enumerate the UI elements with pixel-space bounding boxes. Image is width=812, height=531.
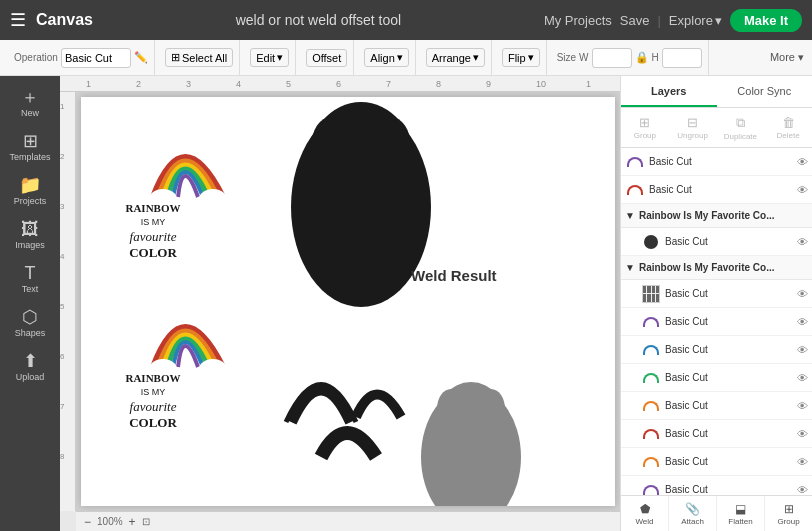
list-item[interactable]: Basic Cut 👁 xyxy=(621,336,812,364)
visibility-icon[interactable]: 👁 xyxy=(797,400,808,412)
group-bottom-button[interactable]: ⊞ Group xyxy=(765,496,812,531)
list-item[interactable]: Basic Cut 👁 xyxy=(621,148,812,176)
size-label: Size xyxy=(557,52,576,63)
visibility-icon[interactable]: 👁 xyxy=(797,316,808,328)
weld-button[interactable]: ⬟ Weld xyxy=(621,496,669,531)
my-projects-link[interactable]: My Projects xyxy=(544,13,612,28)
text-icon: T xyxy=(25,264,36,282)
list-item[interactable]: Basic Cut 👁 xyxy=(621,364,812,392)
list-item[interactable]: Basic Cut 👁 xyxy=(621,448,812,476)
zoom-in-button[interactable]: + xyxy=(129,515,136,529)
more-button[interactable]: More ▾ xyxy=(770,51,804,64)
svg-text:COLOR: COLOR xyxy=(129,415,177,430)
svg-text:IS MY: IS MY xyxy=(141,217,166,227)
layer-thumbnail xyxy=(641,452,661,472)
sidebar-item-text[interactable]: T Text xyxy=(4,258,56,300)
group-name: Rainbow Is My Favorite Co... xyxy=(639,262,775,273)
sidebar-item-upload[interactable]: ⬆ Upload xyxy=(4,346,56,388)
layer-thumbnail xyxy=(641,340,661,360)
sidebar-item-shapes[interactable]: ⬡ Shapes xyxy=(4,302,56,344)
layer-name: Basic Cut xyxy=(665,288,793,299)
sidebar-item-templates[interactable]: ⊞ Templates xyxy=(4,126,56,168)
attach-button[interactable]: 📎 Attach xyxy=(669,496,717,531)
sidebar-item-projects[interactable]: 📁 Projects xyxy=(4,170,56,212)
layer-icons-row: ⊞ Group ⊟ Ungroup ⧉ Duplicate 🗑 Delete xyxy=(621,108,812,148)
width-input[interactable] xyxy=(592,48,632,68)
explore-button[interactable]: Explore ▾ xyxy=(669,13,722,28)
select-all-section: ⊞ Select All xyxy=(159,40,240,75)
sidebar-item-new[interactable]: ＋ New xyxy=(4,82,56,124)
layer-name: Basic Cut xyxy=(665,400,793,411)
svg-point-14 xyxy=(311,117,351,177)
align-section: Align ▾ xyxy=(358,40,415,75)
sidebar-new-label: New xyxy=(21,108,39,118)
visibility-icon[interactable]: 👁 xyxy=(797,372,808,384)
visibility-icon[interactable]: 👁 xyxy=(797,184,808,196)
layer-thumbnail xyxy=(641,312,661,332)
save-button[interactable]: Save xyxy=(620,13,650,28)
make-it-button[interactable]: Make It xyxy=(730,9,802,32)
visibility-icon[interactable]: 👁 xyxy=(797,484,808,496)
visibility-icon[interactable]: 👁 xyxy=(797,428,808,440)
group-name: Rainbow Is My Favorite Co... xyxy=(639,210,775,221)
canvas-workspace[interactable]: RAINBOW IS MY favourite COLOR xyxy=(76,92,620,511)
layer-list[interactable]: Basic Cut 👁 Basic Cut 👁 ▼ Rainbow Is My … xyxy=(621,148,812,495)
layer-thumbnail xyxy=(641,480,661,496)
list-item[interactable]: Basic Cut 👁 xyxy=(621,476,812,495)
canvas-area[interactable]: 1 2 3 4 5 6 7 8 9 10 1 1 2 3 4 5 6 7 8 xyxy=(60,76,620,531)
zoom-out-button[interactable]: − xyxy=(84,515,91,529)
layer-thumbnail xyxy=(641,284,661,304)
operation-label: Operation xyxy=(14,52,58,63)
ungroup-icon: ⊟ xyxy=(687,115,698,130)
layer-thumbnail xyxy=(625,152,645,172)
flip-button[interactable]: Flip ▾ xyxy=(502,48,540,67)
sidebar-text-label: Text xyxy=(22,284,39,294)
list-item[interactable]: Basic Cut 👁 xyxy=(621,308,812,336)
svg-text:COLOR: COLOR xyxy=(129,245,177,260)
panel-bottom-actions: ⬟ Weld 📎 Attach ⬓ Flatten ⊞ Group xyxy=(621,495,812,531)
group-button[interactable]: ⊞ Group xyxy=(621,108,669,147)
delete-button[interactable]: 🗑 Delete xyxy=(764,108,812,147)
fit-icon[interactable]: ⊡ xyxy=(142,516,150,527)
arrange-section: Arrange ▾ xyxy=(420,40,492,75)
visibility-icon[interactable]: 👁 xyxy=(797,344,808,356)
sidebar-item-images[interactable]: 🖼 Images xyxy=(4,214,56,256)
list-item[interactable]: Basic Cut 👁 xyxy=(621,420,812,448)
templates-icon: ⊞ xyxy=(23,132,38,150)
topbar-right: My Projects Save | Explore ▾ Make It xyxy=(544,9,802,32)
tab-layers[interactable]: Layers xyxy=(621,76,717,107)
hamburger-menu[interactable]: ☰ xyxy=(10,9,26,31)
height-input[interactable] xyxy=(662,48,702,68)
ruler-top: 1 2 3 4 5 6 7 8 9 10 1 xyxy=(60,76,620,92)
layer-name: Basic Cut xyxy=(665,344,793,355)
visibility-icon[interactable]: 👁 xyxy=(797,288,808,300)
duplicate-button[interactable]: ⧉ Duplicate xyxy=(717,108,765,147)
align-button[interactable]: Align ▾ xyxy=(364,48,408,67)
canvas-bottom-bar: − 100% + ⊡ xyxy=(76,511,620,531)
visibility-icon[interactable]: 👁 xyxy=(797,156,808,168)
list-item[interactable]: Basic Cut 👁 xyxy=(621,280,812,308)
select-all-icon: ⊞ xyxy=(171,51,180,64)
visibility-icon[interactable]: 👁 xyxy=(797,456,808,468)
list-item[interactable]: Basic Cut 👁 xyxy=(621,228,812,256)
arrange-button[interactable]: Arrange ▾ xyxy=(426,48,485,67)
tab-color-sync[interactable]: Color Sync xyxy=(717,76,813,107)
select-all-button[interactable]: ⊞ Select All xyxy=(165,48,233,67)
layer-thumbnail xyxy=(641,368,661,388)
toolbar: Operation ✏️ ⊞ Select All Edit ▾ Offset … xyxy=(0,40,812,76)
visibility-icon[interactable]: 👁 xyxy=(797,236,808,248)
offset-button[interactable]: Offset xyxy=(306,49,347,67)
layer-group-header[interactable]: ▼ Rainbow Is My Favorite Co... xyxy=(621,256,812,280)
layer-group-header[interactable]: ▼ Rainbow Is My Favorite Co... xyxy=(621,204,812,228)
flatten-button[interactable]: ⬓ Flatten xyxy=(717,496,765,531)
list-item[interactable]: Basic Cut 👁 xyxy=(621,392,812,420)
operation-input[interactable] xyxy=(61,48,131,68)
list-item[interactable]: Basic Cut 👁 xyxy=(621,176,812,204)
collapse-icon: ▼ xyxy=(625,262,635,273)
ungroup-button[interactable]: ⊟ Ungroup xyxy=(669,108,717,147)
panel-tabs: Layers Color Sync xyxy=(621,76,812,108)
offset-section: Offset xyxy=(300,40,354,75)
group-icon: ⊞ xyxy=(639,115,650,130)
edit-button[interactable]: Edit ▾ xyxy=(250,48,289,67)
flip-section: Flip ▾ xyxy=(496,40,547,75)
